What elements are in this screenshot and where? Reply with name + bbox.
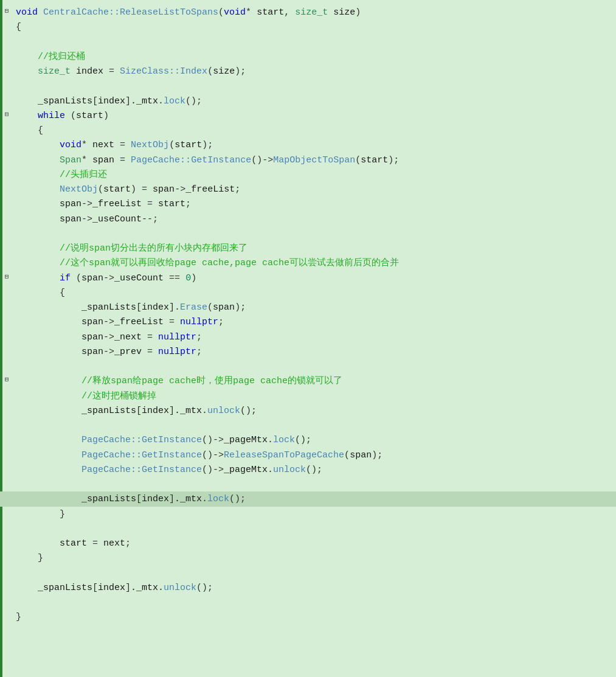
line-content-42: } [13, 609, 616, 624]
line-content-34: _spanLists[index]._mtx.lock(); [13, 491, 616, 506]
line-content-18: //这个span就可以再回收给page cache,page cache可以尝试… [13, 255, 616, 270]
line-35: } [0, 507, 616, 521]
gutter-28 [0, 403, 13, 404]
fold-marker-26[interactable]: ⊟ [0, 373, 13, 385]
line-content-1: void CentralCache::ReleaseListToSpans(vo… [13, 5, 616, 19]
line-7: _spanLists[index]._mtx.lock(); [0, 94, 616, 108]
line-42: } [0, 609, 616, 624]
gutter-5 [0, 64, 13, 65]
line-25 [0, 359, 616, 373]
fold-marker-1[interactable]: ⊟ [0, 5, 13, 16]
line-27: //这时把桶锁解掉 [0, 389, 616, 403]
gutter-41 [0, 595, 13, 596]
fold-marker-8[interactable]: ⊟ [0, 108, 13, 120]
line-content-4: //找归还桶 [13, 49, 616, 64]
line-33 [0, 477, 616, 491]
line-21: _spanLists[index].Erase(span); [0, 300, 616, 314]
line-content-10: void* next = NextObj(start); [13, 137, 616, 152]
gutter-24 [0, 344, 13, 345]
line-15: span->_useCount--; [0, 212, 616, 226]
gutter-23 [0, 330, 13, 331]
line-39 [0, 566, 616, 580]
line-26: ⊟ //释放span给page cache时，使用page cache的锁就可以… [0, 373, 616, 388]
gutter-40 [0, 580, 13, 582]
gutter-32 [0, 462, 13, 463]
line-23: span->_next = nullptr; [0, 330, 616, 344]
gutter-6 [0, 78, 13, 80]
line-content-14: span->_freeList = start; [13, 196, 616, 211]
gutter-12 [0, 167, 13, 168]
fold-marker-19[interactable]: ⊟ [0, 271, 13, 282]
line-content-11: Span* span = PageCache::GetInstance()->M… [13, 153, 616, 167]
line-4: //找归还桶 [0, 49, 616, 64]
line-38: } [0, 550, 616, 565]
line-content-17: //说明span切分出去的所有小块内存都回来了 [13, 241, 616, 255]
line-content-25 [13, 359, 616, 373]
line-19: ⊟ if (span->_useCount == 0) [0, 271, 616, 285]
line-16 [0, 226, 616, 241]
gutter-7 [0, 94, 13, 95]
code-block: ⊟ void CentralCache::ReleaseListToSpans(… [0, 0, 616, 630]
line-content-22: span->_freeList = nullptr; [13, 314, 616, 329]
gutter-38 [0, 550, 13, 552]
gutter-42 [0, 609, 13, 611]
gutter-37 [0, 536, 13, 537]
line-content-6 [13, 78, 616, 93]
gutter-2 [0, 19, 13, 21]
line-5: size_t index = SizeClass::Index(size); [0, 64, 616, 78]
line-37: start = next; [0, 536, 616, 550]
gutter-21 [0, 300, 13, 301]
line-34: _spanLists[index]._mtx.lock(); [0, 491, 616, 506]
line-content-36 [13, 521, 616, 536]
gutter-36 [0, 521, 13, 523]
line-content-29 [13, 418, 616, 432]
gutter-13 [0, 182, 13, 183]
line-41 [0, 595, 616, 609]
line-11: Span* span = PageCache::GetInstance()->M… [0, 153, 616, 167]
line-29 [0, 418, 616, 432]
line-content-19: if (span->_useCount == 0) [13, 271, 616, 285]
gutter-39 [0, 566, 13, 567]
gutter-11 [0, 153, 13, 154]
line-18: //这个span就可以再回收给page cache,page cache可以尝试… [0, 255, 616, 270]
line-content-2: { [13, 19, 616, 34]
gutter-30 [0, 432, 13, 434]
line-12: //头插归还 [0, 167, 616, 182]
gutter-10 [0, 137, 13, 139]
line-24: span->_prev = nullptr; [0, 344, 616, 359]
line-content-16 [13, 226, 616, 241]
gutter-9 [0, 123, 13, 124]
line-14: span->_freeList = start; [0, 196, 616, 211]
gutter-16 [0, 226, 13, 227]
line-content-24: span->_prev = nullptr; [13, 344, 616, 359]
line-content-41 [13, 595, 616, 609]
gutter-3 [0, 35, 13, 36]
gutter-33 [0, 477, 13, 478]
line-31: PageCache::GetInstance()->ReleaseSpanToP… [0, 448, 616, 462]
line-13: NextObj(start) = span->_freeList; [0, 182, 616, 196]
line-content-27: //这时把桶锁解掉 [13, 389, 616, 403]
gutter-18 [0, 255, 13, 257]
line-content-8: while (start) [13, 108, 616, 123]
line-content-38: } [13, 550, 616, 565]
line-17: //说明span切分出去的所有小块内存都回来了 [0, 241, 616, 255]
line-8: ⊟ while (start) [0, 108, 616, 123]
gutter-35 [0, 507, 13, 508]
gutter-17 [0, 241, 13, 242]
line-content-3 [13, 35, 616, 49]
line-content-21: _spanLists[index].Erase(span); [13, 300, 616, 314]
line-32: PageCache::GetInstance()->_pageMtx.unloc… [0, 462, 616, 477]
line-content-15: span->_useCount--; [13, 212, 616, 226]
line-content-30: PageCache::GetInstance()->_pageMtx.lock(… [13, 432, 616, 447]
line-content-9: { [13, 123, 616, 137]
line-content-26: //释放span给page cache时，使用page cache的锁就可以了 [13, 373, 616, 388]
gutter-14 [0, 196, 13, 198]
line-content-28: _spanLists[index]._mtx.unlock(); [13, 403, 616, 418]
line-content-37: start = next; [13, 536, 616, 550]
line-content-31: PageCache::GetInstance()->ReleaseSpanToP… [13, 448, 616, 462]
line-30: PageCache::GetInstance()->_pageMtx.lock(… [0, 432, 616, 447]
line-content-5: size_t index = SizeClass::Index(size); [13, 64, 616, 78]
gutter-29 [0, 418, 13, 419]
gutter-22 [0, 314, 13, 316]
line-28: _spanLists[index]._mtx.unlock(); [0, 403, 616, 418]
